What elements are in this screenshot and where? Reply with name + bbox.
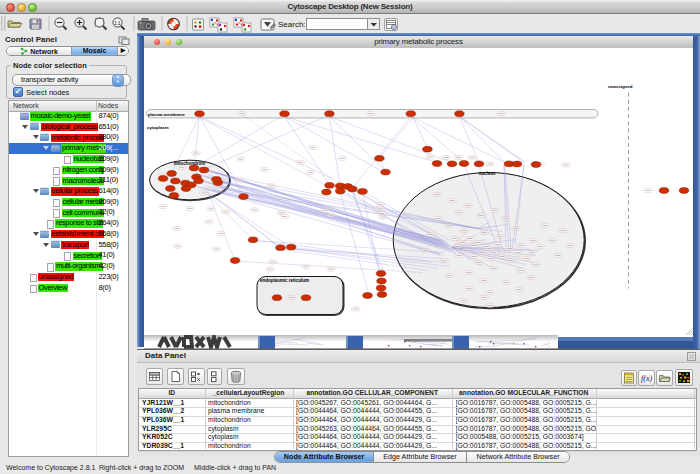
svg-text:nucleus: nucleus [478, 170, 496, 175]
svg-text:cytoplasm: cytoplasm [147, 125, 169, 130]
svg-text:f(x): f(x) [641, 374, 652, 383]
svg-text:plasma membrane: plasma membrane [148, 111, 185, 116]
svg-text:Search:: Search: [278, 20, 306, 29]
svg-text:endoplasmic reticulum: endoplasmic reticulum [260, 277, 309, 282]
svg-text:mitochondrion: mitochondrion [174, 160, 206, 165]
svg-text:1:1: 1:1 [114, 21, 121, 26]
svg-text:unassigned: unassigned [608, 84, 633, 89]
